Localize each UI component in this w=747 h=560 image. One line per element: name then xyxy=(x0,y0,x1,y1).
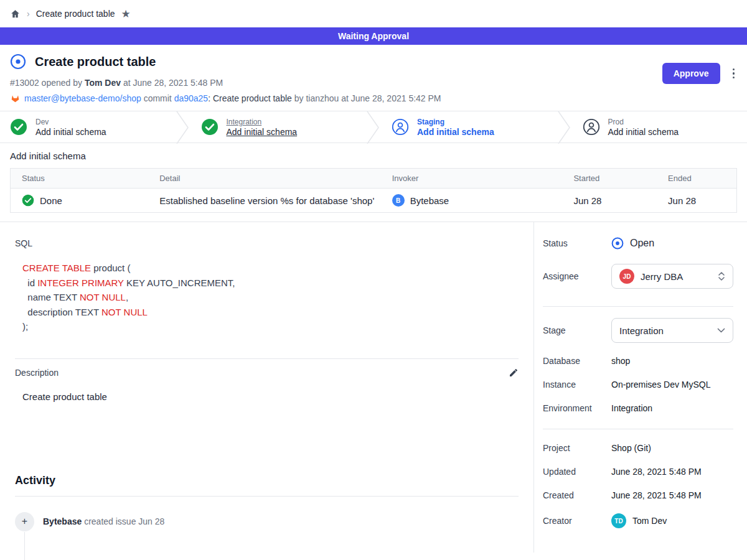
project-value[interactable]: Shop (Git) xyxy=(611,443,651,453)
issue-open-icon xyxy=(10,54,26,70)
assignee-value: Jerry DBA xyxy=(641,271,712,282)
divider xyxy=(15,358,519,359)
status-banner-text: Waiting Approval xyxy=(338,31,409,41)
task-started: Jun 28 xyxy=(562,189,657,213)
commit-line: master@bytebase-demo/shop commit da90a25… xyxy=(10,93,737,103)
sql-line: CREATE TABLE product ( xyxy=(22,261,519,276)
divider xyxy=(543,429,733,429)
issue-sidebar: Status Open Assignee JD Jerry DBA Stage … xyxy=(534,222,747,553)
column-header-detail: Detail xyxy=(148,169,380,189)
instance-label: Instance xyxy=(543,380,611,390)
sql-code-block[interactable]: CREATE TABLE product ( id INTEGER PRIMAR… xyxy=(22,261,519,334)
issue-author[interactable]: Tom Dev xyxy=(85,78,121,88)
commit-author-time: by tianzhou at June 28, 2021 5:42 PM xyxy=(294,93,441,103)
pipeline-stage-staging[interactable]: StagingAdd initial schema xyxy=(382,111,557,142)
pipeline-stage-prod[interactable]: ProdAdd initial schema xyxy=(573,111,747,142)
description-label: Description xyxy=(15,368,59,378)
commit-word: commit xyxy=(144,93,172,103)
activity-heading: Activity xyxy=(15,474,519,487)
table-row[interactable]: Done Established baseline version %s for… xyxy=(11,189,737,213)
stage-task-label: Add initial schema xyxy=(35,127,106,137)
created-label: Created xyxy=(543,490,611,500)
assignee-label: Assignee xyxy=(543,271,611,281)
breadcrumb: › Create product table ★ xyxy=(0,0,747,27)
updated-label: Updated xyxy=(543,467,611,477)
project-label: Project xyxy=(543,443,611,453)
branch-link[interactable]: master@bytebase-demo/shop xyxy=(24,93,141,103)
task-heading: Add initial schema xyxy=(10,151,737,161)
activity-item: + Bytebase created issue Jun 28 xyxy=(15,512,519,531)
column-header-invoker: Invoker xyxy=(381,169,563,189)
stage-select[interactable]: Integration xyxy=(611,318,733,343)
divider xyxy=(15,496,519,497)
created-value: June 28, 2021 5:48 PM xyxy=(611,490,702,500)
creator-label: Creator xyxy=(543,516,611,526)
divider xyxy=(543,306,733,307)
stage-separator-chevron xyxy=(365,111,382,142)
environment-value[interactable]: Integration xyxy=(611,403,652,413)
status-banner: Waiting Approval xyxy=(0,27,747,45)
issue-opened-time: at June 28, 2021 5:48 PM xyxy=(123,78,223,88)
issue-opened-text: #13002 opened by xyxy=(10,78,82,88)
pipeline-stage-integration[interactable]: IntegrationAdd initial schema xyxy=(191,111,366,142)
environment-label: Environment xyxy=(543,403,611,413)
task-detail: Established baseline version %s for data… xyxy=(148,189,380,213)
check-circle-icon xyxy=(22,194,34,207)
creator-value[interactable]: Tom Dev xyxy=(632,516,667,526)
breadcrumb-title[interactable]: Create product table xyxy=(36,9,115,19)
stage-env-label: Staging xyxy=(417,118,494,126)
invoker-avatar: B xyxy=(392,194,405,207)
pipeline-stage-dev[interactable]: DevAdd initial schema xyxy=(0,111,175,142)
status-label: Status xyxy=(543,238,611,248)
commit-message: Create product table xyxy=(213,93,292,103)
home-icon[interactable] xyxy=(10,9,21,19)
stage-env-label: Dev xyxy=(35,118,106,126)
database-value[interactable]: shop xyxy=(611,356,630,366)
activity-action: created issue Jun 28 xyxy=(84,516,164,526)
creator-avatar: TD xyxy=(611,513,626,528)
stage-env-label: Integration xyxy=(227,118,298,126)
open-status-icon xyxy=(611,237,624,250)
stage-task-label: Add initial schema xyxy=(417,127,494,137)
issue-header: Create product table #13002 opened by To… xyxy=(0,45,747,111)
stage-task-label: Add initial schema xyxy=(227,127,298,137)
commit-hash-link[interactable]: da90a25 xyxy=(174,93,209,103)
updated-value: June 28, 2021 5:48 PM xyxy=(611,467,702,477)
instance-value[interactable]: On-premises Dev MySQL xyxy=(611,380,710,390)
sql-line: name TEXT NOT NULL, xyxy=(22,290,519,305)
plus-icon: + xyxy=(15,512,34,531)
stage-value: Integration xyxy=(619,325,711,336)
stage-pipeline: DevAdd initial schemaIntegrationAdd init… xyxy=(0,111,747,143)
task-section: Add initial schema StatusDetailInvokerSt… xyxy=(0,143,747,222)
stage-separator-chevron xyxy=(557,111,573,142)
commit-colon: : xyxy=(208,93,210,103)
task-status: Done xyxy=(40,195,62,206)
issue-meta: #13002 opened by Tom Dev at June 28, 202… xyxy=(10,78,737,88)
task-ended: Jun 28 xyxy=(657,189,736,213)
task-table: StatusDetailInvokerStartedEnded Done Est… xyxy=(10,168,737,213)
star-icon[interactable]: ★ xyxy=(121,9,131,19)
more-actions-menu[interactable] xyxy=(729,66,739,82)
page-title: Create product table xyxy=(35,55,156,69)
activity-timeline: + Bytebase created issue Jun 28 xyxy=(15,512,519,531)
activity-actor: Bytebase xyxy=(43,516,82,526)
column-header-status: Status xyxy=(11,169,149,189)
up-down-chevron-icon xyxy=(718,271,725,281)
stage-separator-chevron xyxy=(175,111,191,142)
stage-env-label: Prod xyxy=(608,118,679,126)
chevron-right-icon: › xyxy=(27,9,30,19)
assignee-select[interactable]: JD Jerry DBA xyxy=(611,264,733,289)
chevron-down-icon xyxy=(717,328,725,334)
sql-line: id INTEGER PRIMARY KEY AUTO_INCREMENT, xyxy=(22,276,519,291)
status-value: Open xyxy=(630,238,654,249)
edit-pencil-icon[interactable] xyxy=(509,368,519,378)
approve-button[interactable]: Approve xyxy=(662,63,720,84)
sql-line: ); xyxy=(22,319,519,334)
sql-line: description TEXT NOT NULL xyxy=(22,305,519,320)
timeline-line xyxy=(24,532,25,560)
stage-label: Stage xyxy=(543,325,611,335)
issue-detail-panel: SQL CREATE TABLE product ( id INTEGER PR… xyxy=(0,222,534,553)
gitlab-icon xyxy=(10,93,21,103)
description-content[interactable]: Create product table xyxy=(22,391,519,402)
database-label: Database xyxy=(543,356,611,366)
